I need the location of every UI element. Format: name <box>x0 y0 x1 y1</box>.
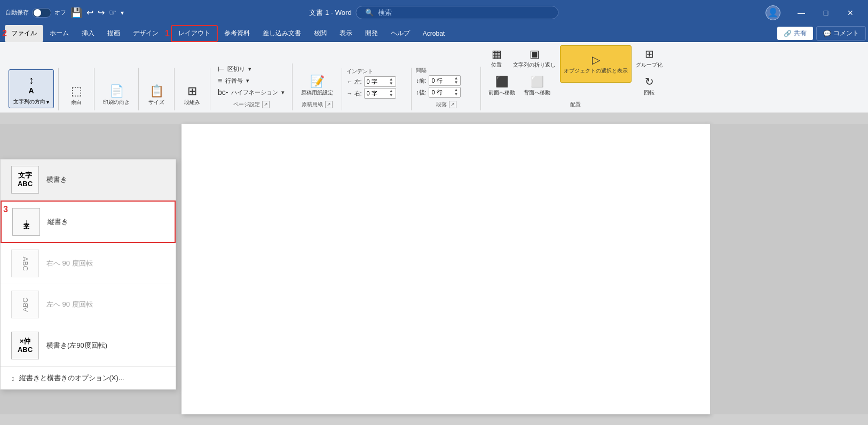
ribbon-group-content-text-direction: ↕ A 文字列の方向 ▾ <box>9 68 54 108</box>
document-page[interactable] <box>182 124 710 414</box>
menu-acrobat[interactable]: Acrobat <box>416 25 451 42</box>
indent-right-down[interactable]: ▼ <box>389 93 393 98</box>
window-controls: — □ ✕ <box>789 0 863 25</box>
title-bar-right: 👤 — □ ✕ <box>766 0 863 25</box>
title-bar-left: 自動保存 オフ 💾 ↩ ↪ ☞ ▾ <box>5 7 124 19</box>
draft-paper-button[interactable]: 📝 原稿用紙設定 <box>297 74 337 99</box>
line-number-icon: ≡ <box>218 76 222 85</box>
autosave-group: 自動保存 オフ <box>5 8 66 18</box>
paragraph-label: 段落 <box>436 101 447 108</box>
redo-icon[interactable]: ↪ <box>98 7 105 18</box>
text-direction-label: 文字列の方向 <box>13 98 45 106</box>
ribbon-group-orientation: 📄 印刷の向き <box>94 68 139 110</box>
spacing-after-down[interactable]: ▼ <box>454 92 459 97</box>
margin-button[interactable]: ⬚ 余白 <box>63 83 90 108</box>
menu-file[interactable]: ファイル <box>5 25 43 42</box>
vertical-label: 縦書き <box>48 217 68 227</box>
indent-left-input[interactable]: 0 字 ▲ ▼ <box>364 76 396 87</box>
position-button[interactable]: ▦ 位置 <box>485 45 508 71</box>
section-break-dropdown-icon: ▾ <box>248 66 251 73</box>
dropdown-item-horizontal-rotated[interactable]: ×仲 ABC 横書き(左90度回転) <box>1 325 176 366</box>
spacing-before-row: ↕前: 0 行 ▲ ▼ <box>416 75 461 86</box>
text-direction-options-icon: ↕ <box>11 374 15 382</box>
columns-button[interactable]: ⊞ 段組み <box>179 83 206 108</box>
menu-layout[interactable]: レイアウト <box>171 25 218 42</box>
object-selection-icon: ▷ <box>592 53 600 66</box>
touch-icon[interactable]: ☞ <box>109 7 116 18</box>
menu-view[interactable]: 表示 <box>333 25 359 42</box>
menu-review[interactable]: 校閲 <box>307 25 333 42</box>
hyphenation-button[interactable]: bc- ハイフネーション ▾ <box>215 87 288 98</box>
page-setup-expand-icon[interactable]: ↗ <box>262 101 270 108</box>
horizontal-icon-box: 文字 ABC <box>11 166 39 194</box>
user-avatar[interactable]: 👤 <box>766 5 780 20</box>
rotate-left-label: 左へ 90 度回転 <box>46 300 93 309</box>
menu-right: 🔗 共有 💬 コメント <box>777 26 866 41</box>
menu-insert[interactable]: 挿入 <box>75 25 101 42</box>
close-button[interactable]: ✕ <box>838 0 863 25</box>
rotate-right-icon-box: ABC <box>11 250 39 277</box>
indent-right-input[interactable]: 0 字 ▲ ▼ <box>364 88 396 99</box>
paragraph-expand-icon[interactable]: ↗ <box>449 101 456 108</box>
hyphenation-icon: bc- <box>218 88 228 97</box>
ribbon-group-arrange: ▦ 位置 ▣ 文字列の折り返し ⬛ 前面へ移動 <box>481 45 670 110</box>
spacing-after-row: ↕後: 0 行 ▲ ▼ <box>416 87 461 98</box>
comment-button[interactable]: 💬 コメント <box>816 26 866 41</box>
dropdown-item-horizontal[interactable]: 文字 ABC 横書き <box>1 159 176 201</box>
spacing-before-label: ↕前: <box>416 77 427 85</box>
ribbon-group-size: 📋 サイズ <box>139 68 175 110</box>
dropdown-arrow-icon[interactable]: ▾ <box>121 9 124 17</box>
save-icon[interactable]: 💾 <box>70 7 82 19</box>
bring-forward-icon: ⬛ <box>495 75 509 88</box>
text-wrap-button[interactable]: ▣ 文字列の折り返し <box>510 45 559 71</box>
menu-home[interactable]: ホーム <box>43 25 75 42</box>
rotate-right-label: 右へ 90 度回転 <box>46 259 93 268</box>
rotate-button[interactable]: ↻ 回転 <box>633 73 666 99</box>
ribbon-group-indent: インデント ← 左: 0 字 ▲ ▼ → 右: 0 字 <box>342 68 412 110</box>
horizontal-rotated-icon-box: ×仲 ABC <box>11 332 39 359</box>
menu-dev[interactable]: 開発 <box>359 25 384 42</box>
object-selection-button[interactable]: ▷ オブジェクトの選択と表示 <box>560 45 632 83</box>
ribbon-group-margin: ⬚ 余白 <box>59 68 94 110</box>
app-window: 自動保存 オフ 💾 ↩ ↪ ☞ ▾ 文書 1 - Word 🔍 👤 <box>0 0 868 425</box>
undo-icon[interactable]: ↩ <box>86 7 93 18</box>
app-title: 文書 1 - Word <box>309 8 351 18</box>
restore-button[interactable]: □ <box>814 0 838 25</box>
horizontal-label: 横書き <box>46 175 67 185</box>
draft-expand-icon[interactable]: ↗ <box>325 101 333 108</box>
indent-left-value: 0 字 <box>367 78 377 86</box>
dropdown-item-rotate-right: ABC 右へ 90 度回転 <box>1 243 176 284</box>
vertical-icon-box: 文字 ↓ <box>12 208 40 236</box>
autosave-toggle[interactable] <box>32 8 51 18</box>
dropdown-footer[interactable]: ↕ 縦書きと横書きのオプション(X)... <box>1 366 176 389</box>
menu-mailings[interactable]: 差し込み文書 <box>256 25 307 42</box>
ribbon: ↕ A 文字列の方向 ▾ ⬚ 余白 <box>0 42 868 113</box>
share-button[interactable]: 🔗 共有 <box>777 27 813 40</box>
spacing-before-input[interactable]: 0 行 ▲ ▼ <box>429 75 461 86</box>
orientation-button[interactable]: 📄 印刷の向き <box>99 83 134 108</box>
minimize-button[interactable]: — <box>789 0 814 25</box>
search-box[interactable]: 🔍 <box>356 6 559 19</box>
spacing-before-down[interactable]: ▼ <box>454 81 459 85</box>
send-backward-button[interactable]: ⬜ 背面へ移動 <box>520 73 554 99</box>
dropdown-item-vertical[interactable]: 文字 ↓ 縦書き <box>1 201 176 243</box>
indent-left-down[interactable]: ▼ <box>389 82 393 86</box>
menu-design[interactable]: デザイン <box>127 25 165 42</box>
bring-forward-button[interactable]: ⬛ 前面へ移動 <box>485 73 518 99</box>
menu-draw[interactable]: 描画 <box>101 25 127 42</box>
search-icon: 🔍 <box>365 9 374 17</box>
text-direction-dropdown: 文字 ABC 横書き 文字 ↓ 縦書き ABC <box>0 159 176 390</box>
size-button[interactable]: 📋 サイズ <box>143 83 170 108</box>
menu-help[interactable]: ヘルプ <box>384 25 416 42</box>
text-direction-button[interactable]: ↕ A 文字列の方向 ▾ <box>9 69 54 108</box>
line-number-button[interactable]: ≡ 行番号 ▾ <box>215 75 252 86</box>
spacing-after-input[interactable]: 0 行 ▲ ▼ <box>429 87 461 98</box>
indent-header: インデント <box>346 68 373 75</box>
rotate-left-icon-box: ABC <box>11 291 39 318</box>
search-input[interactable] <box>378 9 550 17</box>
menu-references[interactable]: 参考資料 <box>218 25 256 42</box>
menu-bar: 2 ファイル ホーム 挿入 描画 デザイン 1 レイアウト 参考資料 差し込み文… <box>0 25 868 42</box>
section-break-button[interactable]: ⊢ 区切り ▾ <box>215 63 255 74</box>
spacing-after-value: 0 行 <box>431 89 442 97</box>
group-button[interactable]: ⊞ グループ化 <box>633 45 666 71</box>
